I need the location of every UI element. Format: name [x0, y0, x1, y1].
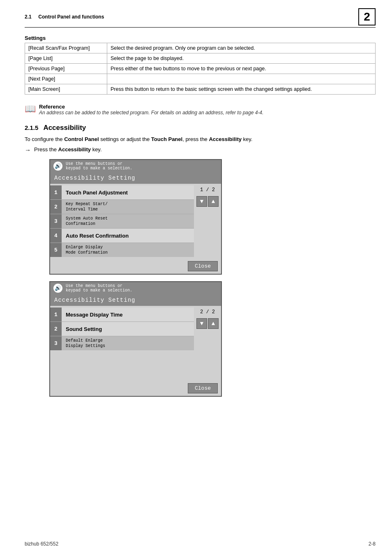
list-item[interactable]: 3System Auto Reset Confirmation [50, 214, 194, 229]
item-number: 5 [50, 243, 62, 257]
page-number: 2 [358, 8, 376, 25]
screen2-topbar: 🔊 Use the menu buttons or keypad to make… [50, 282, 221, 294]
screen2-nav-up[interactable]: ▲ [208, 318, 219, 329]
item-label: System Auto Reset Confirmation [62, 214, 194, 228]
settings-title: Settings [25, 35, 376, 41]
list-item[interactable]: 3Default Enlarge Display Settings [50, 336, 194, 350]
list-item[interactable]: 1Message Display Time [50, 308, 194, 322]
screen1-footer: Close [50, 259, 221, 274]
item-label: Default Enlarge Display Settings [62, 336, 194, 350]
footer-right: 2-8 [369, 541, 376, 547]
screen2-topbar-text: Use the menu buttons or keypad to make a… [66, 284, 132, 293]
step-text: Press the Accessibility key. [34, 146, 102, 153]
screen1-topbar-text: Use the menu buttons or keypad to make a… [66, 162, 132, 171]
list-item[interactable]: 2Key Repeat Start/ Interval Time [50, 200, 194, 214]
section-215-number: 2.1.5 [25, 124, 38, 131]
table-row: [Recall Scan/Fax Program]Select the desi… [25, 43, 376, 53]
table-cell-value: Press either of the two buttons to move … [107, 64, 376, 74]
screen2-nav-down[interactable]: ▼ [196, 318, 207, 329]
screen2-footer: Close [50, 381, 221, 396]
screen1-page-indicator: 1 / 2 [200, 187, 215, 193]
item-number: 1 [50, 308, 62, 321]
list-item[interactable]: 2Sound Setting [50, 322, 194, 336]
page-footer: bizhub 652/552 2-8 [0, 541, 392, 547]
item-number: 2 [50, 322, 62, 336]
reference-title: Reference [39, 104, 263, 110]
item-label: Auto Reset Confirmation [62, 229, 194, 243]
section-number: 2.1 [25, 14, 32, 20]
screen1: 🔊 Use the menu buttons or keypad to make… [49, 159, 222, 275]
screen1-icon: 🔊 [53, 162, 62, 171]
reference-text: An address can be added to the selected … [39, 110, 263, 116]
item-number: 4 [50, 229, 62, 243]
section-215-desc: To configure the Control Panel settings … [25, 136, 376, 142]
list-item[interactable]: 4Auto Reset Confirmation [50, 229, 194, 243]
list-item[interactable]: 5Enlarge Display Mode Confirmation [50, 243, 194, 257]
footer-left: bizhub 652/552 [25, 541, 58, 547]
table-cell-value [107, 74, 376, 84]
table-row: [Page List]Select the page to be display… [25, 53, 376, 64]
item-number: 3 [50, 214, 62, 228]
item-label: Key Repeat Start/ Interval Time [62, 200, 194, 214]
screen1-nav-down[interactable]: ▼ [196, 196, 207, 207]
table-cell-value: Select the page to be displayed. [107, 53, 376, 64]
book-icon: 📖 [25, 104, 36, 113]
table-cell-key: [Next Page] [25, 74, 107, 84]
screen2: 🔊 Use the menu buttons or keypad to make… [49, 281, 222, 397]
table-cell-key: [Recall Scan/Fax Program] [25, 43, 107, 53]
screen2-page-indicator: 2 / 2 [200, 309, 215, 315]
section-215-title: Accessibility [43, 124, 86, 132]
screen1-header: Accessibility Setting [50, 172, 221, 184]
settings-table: [Recall Scan/Fax Program]Select the desi… [25, 43, 376, 95]
screen2-close-button[interactable]: Close [188, 383, 218, 393]
screen1-side: 1 / 2 ▼ ▲ [194, 184, 221, 259]
screen1-topbar: 🔊 Use the menu buttons or keypad to make… [50, 160, 221, 172]
section-215-heading: 2.1.5 Accessibility [25, 124, 376, 132]
list-item[interactable]: 1Touch Panel Adjustment [50, 185, 194, 200]
item-number: 2 [50, 200, 62, 214]
section-label: 2.1 Control Panel and functions [25, 14, 104, 20]
settings-section: Settings [Recall Scan/Fax Program]Select… [25, 35, 376, 95]
table-cell-value: Press this button to return to the basic… [107, 84, 376, 95]
screen1-close-button[interactable]: Close [188, 261, 218, 271]
table-cell-value: Select the desired program. Only one pro… [107, 43, 376, 53]
screen1-body: 1Touch Panel Adjustment2Key Repeat Start… [50, 184, 221, 259]
screen2-list: 1Message Display Time2Sound Setting3Defa… [50, 306, 194, 352]
table-row: [Main Screen]Press this button to return… [25, 84, 376, 95]
arrow-icon: → [25, 146, 31, 153]
screen1-nav-up[interactable]: ▲ [208, 196, 219, 207]
screen2-body: 1Message Display Time2Sound Setting3Defa… [50, 306, 221, 352]
table-cell-key: [Page List] [25, 53, 107, 64]
item-label: Message Display Time [62, 308, 194, 321]
table-row: [Next Page] [25, 74, 376, 84]
item-number: 3 [50, 336, 62, 350]
reference-box: 📖 Reference An address can be added to t… [25, 104, 376, 116]
table-cell-key: [Previous Page] [25, 64, 107, 74]
screen1-nav-btns[interactable]: ▼ ▲ [196, 196, 219, 207]
screen2-side: 2 / 2 ▼ ▲ [194, 306, 221, 352]
step-instruction: → Press the Accessibility key. [25, 146, 376, 153]
item-label: Touch Panel Adjustment [62, 185, 194, 199]
table-row: [Previous Page]Press either of the two b… [25, 64, 376, 74]
item-label: Enlarge Display Mode Confirmation [62, 243, 194, 257]
item-label: Sound Setting [62, 322, 194, 336]
item-number: 1 [50, 185, 62, 199]
section-title-header: Control Panel and functions [38, 14, 104, 20]
reference-content: Reference An address can be added to the… [39, 104, 263, 116]
screen2-header: Accessibility Setting [50, 294, 221, 306]
table-cell-key: [Main Screen] [25, 84, 107, 95]
page-header: 2.1 Control Panel and functions 2 [25, 8, 376, 28]
screen1-list: 1Touch Panel Adjustment2Key Repeat Start… [50, 184, 194, 259]
screen2-icon: 🔊 [53, 284, 62, 293]
screen2-nav-btns[interactable]: ▼ ▲ [196, 318, 219, 329]
